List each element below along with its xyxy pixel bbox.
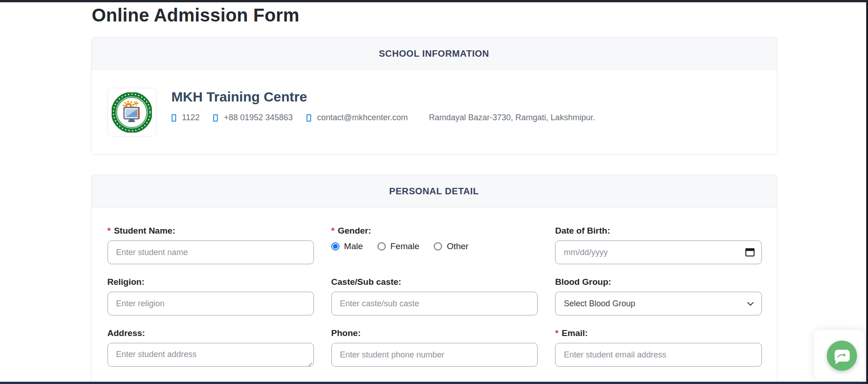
school-email-item: contact@mkhcenter.com <box>307 113 408 123</box>
school-logo <box>108 88 156 137</box>
field-gender: *Gender: Male Female Other <box>331 226 538 264</box>
glyph-box-icon <box>213 114 218 122</box>
caste-input[interactable] <box>331 292 538 315</box>
gender-option-other[interactable]: Other <box>434 241 469 251</box>
phone-label: Phone: <box>331 328 538 338</box>
school-code-text: 1122 <box>182 113 200 123</box>
caste-label: Caste/Sub caste: <box>331 277 538 287</box>
email-label-text: Email: <box>562 328 588 338</box>
gender-male-label: Male <box>344 241 363 251</box>
gender-radio-female[interactable] <box>377 242 386 251</box>
gender-option-male[interactable]: Male <box>331 241 363 251</box>
email-input[interactable] <box>555 343 761 367</box>
phone-input[interactable] <box>331 343 538 367</box>
date-of-birth-label: Date of Birth: <box>555 226 761 236</box>
gender-female-label: Female <box>390 241 419 251</box>
chat-launcher-button[interactable] <box>827 341 857 371</box>
address-label: Address: <box>108 328 314 338</box>
school-email-text: contact@mkhcenter.com <box>317 113 408 123</box>
school-information-body: MKH Training Centre 1122 +88 01952 34586… <box>92 70 777 155</box>
window-bottom-edge <box>0 382 868 384</box>
chevron-down-icon <box>747 299 754 306</box>
blood-group-label: Blood Group: <box>555 277 761 287</box>
student-name-input[interactable] <box>108 240 314 264</box>
field-caste: Caste/Sub caste: <box>331 277 538 315</box>
personal-detail-form: *Student Name: *Gender: Male Female <box>92 208 777 384</box>
school-address-item: Ramdayal Bazar-3730, Ramgati, Lakshmipur… <box>429 113 595 123</box>
gender-other-label: Other <box>447 241 469 251</box>
phone-label-text: Phone: <box>331 328 361 338</box>
personal-detail-card: PERSONAL DETAIL *Student Name: *Gender: … <box>91 175 777 384</box>
caste-label-text: Caste/Sub caste: <box>331 277 401 287</box>
address-label-text: Address: <box>108 328 145 338</box>
gender-label: *Gender: <box>331 226 538 236</box>
date-of-birth-input[interactable] <box>555 240 761 264</box>
school-logo-emblem-icon <box>112 92 152 133</box>
address-textarea[interactable] <box>108 343 314 367</box>
blood-group-selected-value: Select Blood Group <box>564 299 635 309</box>
email-label: *Email: <box>555 328 761 338</box>
required-marker: * <box>331 226 334 235</box>
field-phone: Phone: <box>331 328 538 368</box>
page-container: Online Admission Form SCHOOL INFORMATION <box>91 5 777 384</box>
field-religion: Religion: <box>108 277 314 315</box>
field-email: *Email: <box>555 328 761 368</box>
student-name-label: *Student Name: <box>108 226 314 236</box>
calendar-icon[interactable] <box>745 248 755 256</box>
school-address-text: Ramdayal Bazar-3730, Ramgati, Lakshmipur… <box>429 113 595 123</box>
gender-radio-group: Male Female Other <box>331 241 538 251</box>
glyph-box-icon <box>307 114 311 122</box>
school-information-card: SCHOOL INFORMATION <box>91 37 777 155</box>
gender-radio-other[interactable] <box>434 242 442 251</box>
school-phone-item: +88 01952 345863 <box>213 113 293 123</box>
date-of-birth-label-text: Date of Birth: <box>555 226 610 235</box>
required-marker: * <box>555 328 558 338</box>
window-top-edge <box>0 0 868 2</box>
page-title: Online Admission Form <box>92 5 777 26</box>
school-code-item: 1122 <box>172 113 200 123</box>
school-name: MKH Training Centre <box>172 89 595 105</box>
personal-detail-header: PERSONAL DETAIL <box>92 175 777 208</box>
glyph-box-icon <box>172 114 176 122</box>
school-contact-row: 1122 +88 01952 345863 contact@mkhcenter.… <box>172 113 595 123</box>
required-marker: * <box>108 226 111 235</box>
blood-group-select[interactable]: Select Blood Group <box>555 292 761 315</box>
religion-input[interactable] <box>108 292 314 315</box>
religion-label-text: Religion: <box>108 277 145 287</box>
blood-group-label-text: Blood Group: <box>555 277 611 287</box>
field-address: Address: <box>108 328 314 368</box>
student-name-label-text: Student Name: <box>114 226 175 235</box>
school-phone-text: +88 01952 345863 <box>224 113 293 123</box>
gender-label-text: Gender: <box>338 226 371 235</box>
gender-option-female[interactable]: Female <box>377 241 419 251</box>
field-student-name: *Student Name: <box>108 226 314 264</box>
field-blood-group: Blood Group: Select Blood Group <box>555 277 761 315</box>
school-text-block: MKH Training Centre 1122 +88 01952 34586… <box>172 88 595 137</box>
field-date-of-birth: Date of Birth: <box>555 226 761 264</box>
religion-label: Religion: <box>108 277 314 287</box>
gender-radio-male[interactable] <box>331 242 340 251</box>
school-information-header: SCHOOL INFORMATION <box>92 37 777 70</box>
chat-bubble-icon <box>835 350 850 362</box>
window-right-edge <box>866 0 868 384</box>
